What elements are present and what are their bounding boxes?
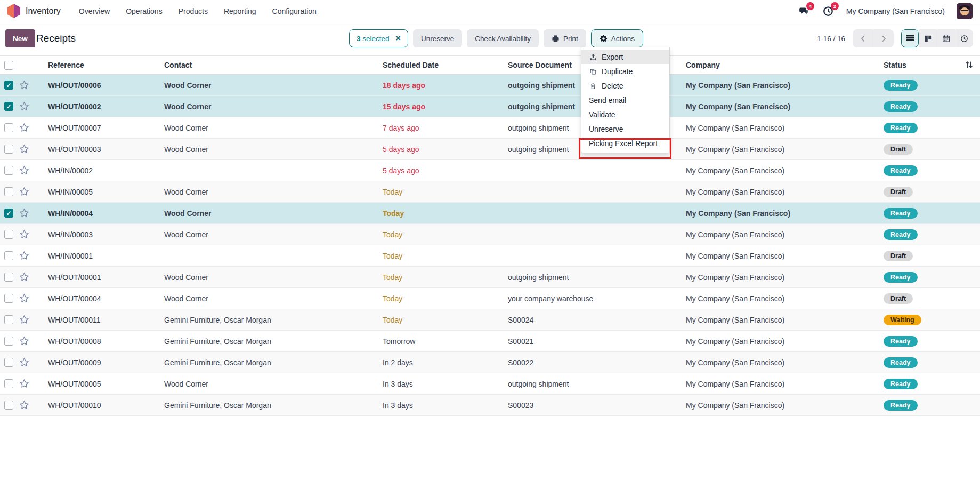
row-checkbox[interactable] [4,315,13,324]
menu-configuration[interactable]: Configuration [272,7,317,15]
scheduled-date-cell: In 3 days [377,380,503,388]
reference-cell: WH/OUT/00005 [43,380,159,388]
menu-item-send-email[interactable]: Send email [581,93,669,107]
favorite-star-icon[interactable] [19,208,29,218]
column-header-reference[interactable]: Reference [43,61,159,69]
favorite-star-icon[interactable] [19,293,29,303]
list-view-icon[interactable] [901,29,919,47]
messages-icon[interactable]: 4 [797,5,810,18]
table-row[interactable]: ✓ WH/OUT/00006 Wood Corner 18 days ago o… [0,75,980,96]
menu-item-delete[interactable]: Delete [581,78,669,93]
status-badge: Waiting [884,315,921,325]
menu-item-duplicate[interactable]: Duplicate [581,64,669,78]
row-checkbox[interactable] [4,187,13,196]
new-button[interactable]: New [5,29,35,47]
menu-operations[interactable]: Operations [126,7,162,15]
table-row[interactable]: ✓ WH/IN/00004 Wood Corner Today My Compa… [0,203,980,224]
row-checkbox[interactable]: ✓ [4,209,13,218]
table-row[interactable]: WH/OUT/00005 Wood Corner In 3 days outgo… [0,373,980,395]
menu-item-validate[interactable]: Validate [581,107,669,122]
unreserve-button[interactable]: Unreserve [413,29,462,47]
column-header-contact[interactable]: Contact [159,61,377,69]
favorite-star-icon[interactable] [19,229,29,239]
favorite-star-icon[interactable] [19,123,29,133]
favorite-star-icon[interactable] [19,101,29,111]
favorite-star-icon[interactable] [19,165,29,175]
activities-icon[interactable]: 2 [822,5,835,18]
row-checkbox[interactable] [4,379,13,388]
table-row[interactable]: WH/OUT/00009 Gemini Furniture, Oscar Mor… [0,352,980,373]
optional-columns-icon[interactable] [965,60,974,71]
row-checkbox[interactable] [4,145,13,154]
favorite-star-icon[interactable] [19,400,29,410]
selected-count-text: 3 selected [357,35,390,43]
table-row[interactable]: ✓ WH/OUT/00002 Wood Corner 15 days ago o… [0,96,980,117]
row-checkbox[interactable] [4,166,13,175]
favorite-star-icon[interactable] [19,379,29,389]
selected-count-chip[interactable]: 3 selected × [349,29,408,47]
app-name[interactable]: Inventory [26,6,61,16]
scheduled-date-cell: 5 days ago [377,145,503,154]
status-badge: Ready [884,357,918,368]
table-row[interactable]: WH/IN/00003 Wood Corner Today My Company… [0,224,980,245]
favorite-star-icon[interactable] [19,272,29,282]
row-checkbox[interactable] [4,251,13,260]
table-row[interactable]: WH/OUT/00004 Wood Corner Today your comp… [0,288,980,309]
reference-cell: WH/OUT/00010 [43,401,159,410]
row-checkbox[interactable]: ✓ [4,102,13,111]
table-row[interactable]: WH/OUT/00007 Wood Corner 7 days ago outg… [0,117,980,139]
row-checkbox[interactable] [4,230,13,239]
row-checkbox[interactable] [4,358,13,367]
favorite-star-icon[interactable] [19,336,29,346]
favorite-star-icon[interactable] [19,144,29,154]
favorite-star-icon[interactable] [19,315,29,325]
favorite-star-icon[interactable] [19,251,29,261]
company-cell: My Company (San Francisco) [681,294,878,303]
row-checkbox[interactable] [4,294,13,303]
table-row[interactable]: WH/IN/00001 Today My Company (San Franci… [0,245,980,267]
row-checkbox[interactable] [4,273,13,282]
row-checkbox[interactable] [4,401,13,410]
table-row[interactable]: WH/OUT/00010 Gemini Furniture, Oscar Mor… [0,395,980,416]
messages-count-badge: 4 [806,2,814,10]
calendar-view-icon[interactable] [937,29,955,47]
menu-overview[interactable]: Overview [79,7,110,15]
menu-item-picking-excel-report[interactable]: Picking Excel Report [581,136,669,150]
scheduled-date-cell: 5 days ago [377,166,503,175]
kanban-view-icon[interactable] [919,29,937,47]
scheduled-date-cell: Tomorrow [377,337,503,346]
menu-products[interactable]: Products [179,7,208,15]
pager-next-icon[interactable] [873,29,894,47]
company-switcher[interactable]: My Company (San Francisco) [846,7,945,15]
actions-button[interactable]: Actions [591,29,643,47]
check-availability-button[interactable]: Check Availability [467,29,539,47]
duplicate-icon [589,68,597,75]
row-checkbox[interactable] [4,123,13,132]
company-cell: My Company (San Francisco) [681,166,878,175]
column-header-scheduled-date[interactable]: Scheduled Date [377,61,503,69]
reference-cell: WH/OUT/00006 [43,81,159,90]
status-badge: Ready [884,208,918,219]
table-row[interactable]: WH/OUT/00003 Wood Corner 5 days ago outg… [0,139,980,160]
row-checkbox[interactable] [4,337,13,346]
table-row[interactable]: WH/IN/00002 5 days ago My Company (San F… [0,160,980,181]
table-row[interactable]: WH/OUT/00011 Gemini Furniture, Oscar Mor… [0,309,980,331]
menu-reporting[interactable]: Reporting [224,7,256,15]
row-checkbox[interactable]: ✓ [4,81,13,90]
favorite-star-icon[interactable] [19,187,29,197]
select-all-checkbox[interactable] [4,61,13,70]
pager-previous-icon[interactable] [853,29,873,47]
print-button[interactable]: Print [544,29,586,47]
user-avatar[interactable] [957,3,973,19]
favorite-star-icon[interactable] [19,357,29,367]
menu-item-unreserve[interactable]: Unreserve [581,122,669,136]
table-row[interactable]: WH/OUT/00008 Gemini Furniture, Oscar Mor… [0,331,980,352]
favorite-star-icon[interactable] [19,80,29,90]
clear-selection-icon[interactable]: × [396,34,401,43]
table-row[interactable]: WH/OUT/00001 Wood Corner Today outgoing … [0,267,980,288]
activity-view-icon[interactable] [955,29,973,47]
column-header-company[interactable]: Company [681,61,878,69]
menu-item-export[interactable]: Export [581,50,669,64]
inventory-app-icon[interactable] [7,4,20,18]
table-row[interactable]: WH/IN/00005 Wood Corner Today My Company… [0,181,980,203]
